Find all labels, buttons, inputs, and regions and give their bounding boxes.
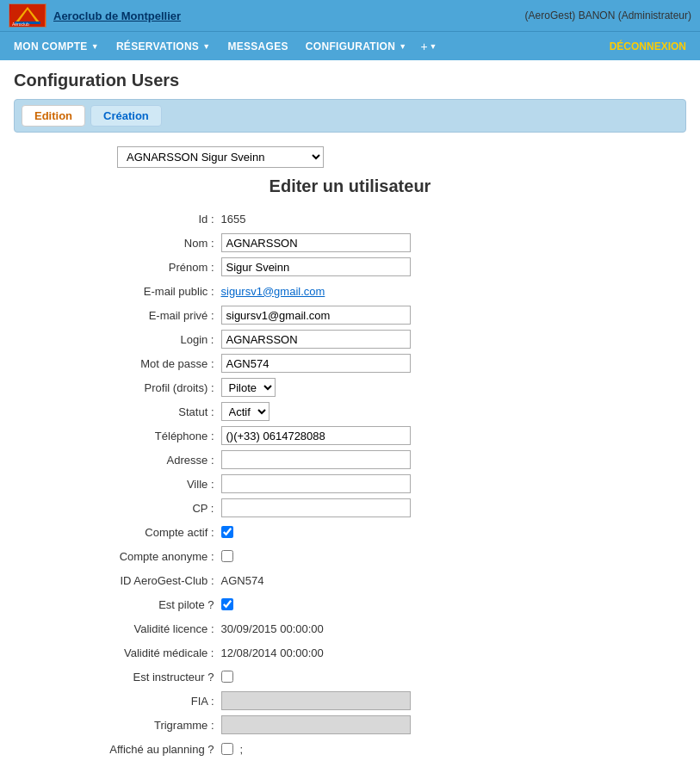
form-title: Editer un utilisateur: [14, 176, 686, 196]
nav-mon-compte[interactable]: MON COMPTE ▼: [5, 35, 108, 58]
field-instructeur-avions: Instructeur avions ?: [49, 763, 652, 767]
field-login: Login :: [49, 329, 652, 349]
telephone-input[interactable]: [221, 426, 411, 445]
field-prenom: Prénom :: [49, 257, 652, 277]
nav-configuration[interactable]: CONFIGURATION ▼: [297, 35, 416, 58]
chevron-down-icon: ▼: [399, 42, 406, 51]
logo: Aéroclub: [9, 3, 46, 28]
nav-messages[interactable]: MESSAGES: [219, 35, 296, 58]
user-select[interactable]: AGNARSSON Sigur Sveinn: [117, 146, 324, 168]
email-public-link[interactable]: sigursv1@gmail.com: [221, 285, 325, 298]
field-nom: Nom :: [49, 232, 652, 253]
planning-note: ;: [240, 743, 244, 756]
field-validite-medicale: Validité médicale : 12/08/2014 00:00:00: [49, 642, 652, 663]
field-email-prive: E-mail privé :: [49, 305, 652, 325]
id-value: 1655: [221, 213, 246, 226]
password-input[interactable]: [221, 354, 411, 373]
compte-actif-checkbox[interactable]: [221, 526, 233, 538]
affiche-planning-checkbox[interactable]: [221, 743, 233, 755]
fia-input[interactable]: [221, 691, 411, 710]
top-header: Aéroclub Aeroclub de Montpellier (AeroGe…: [0, 0, 700, 31]
field-id: Id : 1655: [49, 208, 652, 229]
tab-creation[interactable]: Création: [90, 105, 162, 127]
header-left: Aéroclub Aeroclub de Montpellier: [9, 3, 181, 28]
nav-plus[interactable]: + ▼: [415, 34, 442, 59]
prenom-input[interactable]: [221, 257, 411, 276]
user-info: (AeroGest) BANON (Administrateur): [525, 9, 691, 22]
nav-reservations[interactable]: RÉSERVATIONS ▼: [108, 35, 220, 58]
trigramme-input[interactable]: [221, 715, 411, 734]
field-fia: FIA :: [49, 690, 652, 711]
field-telephone: Téléphone :: [49, 425, 652, 446]
validite-licence-value: 30/09/2015 00:00:00: [221, 622, 324, 635]
site-link[interactable]: Aeroclub de Montpellier: [53, 9, 181, 22]
field-password: Mot de passe :: [49, 353, 652, 374]
est-pilote-checkbox[interactable]: [221, 598, 233, 610]
field-est-instructeur: Est instructeur ?: [49, 666, 652, 687]
page-title: Configuration Users: [14, 71, 686, 90]
field-adresse: Adresse :: [49, 449, 652, 470]
field-affiche-planning: Affiché au planning ? ;: [49, 739, 652, 759]
id-aerogest-value: AGN574: [221, 574, 264, 587]
login-input[interactable]: [221, 330, 411, 349]
cp-input[interactable]: [221, 498, 411, 517]
page-content: Configuration Users Edition Création AGN…: [0, 60, 700, 767]
compte-anonyme-checkbox[interactable]: [221, 550, 233, 562]
chevron-down-icon: ▼: [91, 42, 99, 51]
nom-input[interactable]: [221, 233, 411, 252]
field-validite-licence: Validité licence : 30/09/2015 00:00:00: [49, 618, 652, 639]
field-profil: Profil (droits) : Pilote: [49, 377, 652, 398]
tab-edition[interactable]: Edition: [22, 105, 85, 127]
profil-select[interactable]: Pilote: [221, 378, 276, 397]
user-edit-form: Id : 1655 Nom : Prénom : E-mail public :…: [49, 208, 652, 767]
field-est-pilote: Est pilote ?: [49, 594, 652, 615]
field-compte-anonyme: Compte anonyme :: [49, 546, 652, 566]
field-statut: Statut : Actif: [49, 401, 652, 422]
field-cp: CP :: [49, 498, 652, 518]
email-prive-input[interactable]: [221, 306, 411, 325]
field-ville: Ville :: [49, 473, 652, 494]
statut-select[interactable]: Actif: [221, 402, 269, 421]
est-instructeur-checkbox[interactable]: [221, 671, 233, 683]
field-compte-actif: Compte actif :: [49, 522, 652, 542]
chevron-down-icon: ▼: [202, 42, 210, 51]
user-select-row: AGNARSSON Sigur Sveinn: [14, 146, 686, 168]
field-email-public: E-mail public : sigursv1@gmail.com: [49, 281, 652, 301]
svg-text:Aéroclub: Aéroclub: [12, 22, 29, 27]
tab-bar: Edition Création: [14, 99, 686, 133]
field-id-aerogest: ID AeroGest-Club : AGN574: [49, 570, 652, 591]
navbar: MON COMPTE ▼ RÉSERVATIONS ▼ MESSAGES CON…: [0, 31, 700, 60]
adresse-input[interactable]: [221, 450, 411, 469]
logout-button[interactable]: DÉCONNEXION: [601, 35, 695, 58]
field-trigramme: Trigramme :: [49, 714, 652, 735]
ville-input[interactable]: [221, 474, 411, 493]
validite-medicale-value: 12/08/2014 00:00:00: [221, 646, 324, 659]
chevron-down-icon: ▼: [430, 42, 437, 51]
